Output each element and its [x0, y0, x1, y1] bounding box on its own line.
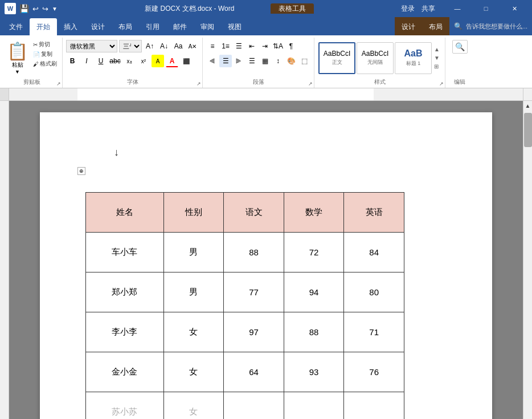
cell-chinese-3[interactable]: 64 [224, 352, 284, 392]
show-hide-btn[interactable]: ¶ [285, 40, 297, 52]
justify-btn[interactable]: ☰ [245, 55, 258, 67]
cell-english-0[interactable]: 84 [344, 233, 404, 272]
word-icon: W [5, 3, 16, 14]
superscript-btn[interactable]: x² [137, 55, 150, 67]
bullets-btn[interactable]: ≡ [206, 40, 219, 52]
tab-references[interactable]: 引用 [139, 18, 166, 35]
align-right-btn[interactable]: ⫸ [232, 55, 245, 67]
styles-expand-icon[interactable]: ↗ [439, 81, 444, 87]
align-left-btn[interactable]: ⫷ [206, 55, 219, 67]
tab-layout[interactable]: 布局 [112, 18, 139, 35]
tab-file[interactable]: 文件 [2, 18, 30, 35]
cell-gender-1[interactable]: 男 [163, 272, 224, 312]
paragraph-content: ≡ 1≡ ☰ ⇤ ⇥ ⇅A ¶ ⫷ ☰ ⫸ ☰ ▦ ↕ 🎨 ⬚ [206, 39, 310, 77]
cell-gender-3[interactable]: 女 [163, 352, 224, 392]
clipboard-expand-icon[interactable]: ↗ [56, 81, 61, 87]
copy-button[interactable]: 📄 复制 [31, 50, 59, 59]
find-btn[interactable]: 🔍 [452, 40, 468, 54]
cell-english-3[interactable]: 76 [344, 352, 404, 392]
font-grow-btn[interactable]: A↑ [144, 40, 156, 52]
underline-btn[interactable]: U [95, 55, 107, 67]
cell-chinese-2[interactable]: 97 [224, 312, 284, 352]
font-name-select[interactable]: 微软雅黑 [66, 40, 117, 52]
format-painter-button[interactable]: 🖌 格式刷 [31, 59, 59, 68]
cell-math-1[interactable]: 94 [284, 272, 344, 312]
cell-name-4[interactable]: 苏小苏 [86, 392, 164, 420]
cell-gender-4[interactable]: 女 [163, 392, 224, 420]
tab-mailings[interactable]: 邮件 [166, 18, 194, 35]
clear-format-btn[interactable]: A✕ [186, 40, 199, 52]
cell-math-3[interactable]: 93 [284, 352, 344, 392]
cell-chinese-4[interactable] [224, 392, 284, 420]
align-center-btn[interactable]: ☰ [219, 55, 232, 67]
cell-name-0[interactable]: 车小车 [86, 233, 164, 272]
cut-button[interactable]: ✂ 剪切 [31, 40, 59, 49]
doc-main[interactable]: ↓ ⊕ 姓名 性别 语文 数学 英语 车小车 [9, 101, 523, 419]
font-shrink-btn[interactable]: A↓ [158, 40, 170, 52]
style-normal[interactable]: AaBbCcI 正文 [318, 42, 355, 74]
share-btn[interactable]: 共享 [421, 4, 435, 14]
tab-view[interactable]: 视图 [221, 18, 248, 35]
styles-up-arrow[interactable]: ▲ [433, 45, 441, 54]
font-size-select[interactable]: 三号 [119, 40, 142, 52]
login-btn[interactable]: 登录 [401, 4, 415, 14]
cell-name-1[interactable]: 郑小郑 [86, 272, 164, 312]
cell-english-2[interactable]: 71 [344, 312, 404, 352]
numbering-btn[interactable]: 1≡ [219, 40, 232, 52]
highlight-btn[interactable]: A [152, 55, 164, 67]
cell-name-2[interactable]: 李小李 [86, 312, 164, 352]
cell-chinese-1[interactable]: 77 [224, 272, 284, 312]
cell-english-1[interactable]: 80 [344, 272, 404, 312]
cell-name-3[interactable]: 金小金 [86, 352, 164, 392]
font-group: 微软雅黑 三号 A↑ A↓ Aa A✕ B I U abc x₂ x² A A … [63, 38, 203, 88]
undo-btn[interactable]: ↩ [32, 5, 39, 13]
quick-save[interactable]: 💾 [19, 4, 29, 13]
paste-button[interactable]: 📋 粘贴 ▼ [5, 40, 30, 76]
table-tab-layout[interactable]: 布局 [422, 18, 449, 35]
cell-gender-2[interactable]: 女 [163, 312, 224, 352]
change-case-btn[interactable]: Aa [172, 40, 185, 52]
redo-btn[interactable]: ↪ [42, 5, 48, 13]
quick-access-arrow[interactable]: ▼ [52, 6, 58, 12]
line-spacing-btn[interactable]: ↕ [272, 55, 284, 67]
cell-english-4[interactable] [344, 392, 404, 420]
search-label[interactable]: 告诉我您想要做什么... [466, 22, 527, 31]
columns-btn[interactable]: ▦ [259, 55, 271, 67]
tab-home[interactable]: 开始 [30, 18, 57, 35]
subscript-btn[interactable]: x₂ [123, 55, 136, 67]
close-btn[interactable]: ✕ [501, 0, 527, 17]
decrease-indent-btn[interactable]: ⇤ [245, 40, 258, 52]
font-color-btn[interactable]: A [166, 55, 178, 67]
tab-review[interactable]: 审阅 [194, 18, 221, 35]
styles-more-arrow[interactable]: ⊞ [433, 62, 441, 71]
cell-math-2[interactable]: 88 [284, 312, 344, 352]
table-move-handle[interactable]: ⊕ [77, 167, 85, 175]
cell-gender-0[interactable]: 男 [163, 233, 224, 272]
table-tab-design[interactable]: 设计 [395, 18, 422, 35]
paragraph-expand-icon[interactable]: ↗ [308, 81, 313, 87]
increase-indent-btn[interactable]: ⇥ [259, 40, 271, 52]
cell-math-4[interactable] [284, 392, 344, 420]
shading-btn[interactable]: ⬛ [180, 55, 193, 67]
style-heading1[interactable]: AaB 标题 1 [395, 42, 432, 74]
styles-down-arrow[interactable]: ▼ [433, 54, 441, 62]
multilevel-btn[interactable]: ☰ [232, 40, 245, 52]
style-no-space[interactable]: AaBbCcI 无间隔 [357, 42, 394, 74]
minimize-btn[interactable]: — [444, 0, 470, 17]
cell-math-0[interactable]: 72 [284, 233, 344, 272]
bold-btn[interactable]: B [66, 55, 79, 67]
borders-btn[interactable]: ⬚ [298, 55, 310, 67]
italic-btn[interactable]: I [80, 55, 93, 67]
cell-chinese-0[interactable]: 88 [224, 233, 284, 272]
strikethrough-btn[interactable]: abc [109, 55, 121, 67]
tab-design[interactable]: 设计 [84, 18, 112, 35]
font-expand-icon[interactable]: ↗ [197, 81, 201, 87]
shading-para-btn[interactable]: 🎨 [285, 55, 297, 67]
tab-insert[interactable]: 插入 [57, 18, 84, 35]
sort-btn[interactable]: ⇅A [272, 40, 284, 52]
maximize-btn[interactable]: □ [473, 0, 499, 17]
scroll-up-arrow[interactable]: ▲ [523, 101, 532, 111]
scroll-thumb[interactable] [524, 113, 532, 147]
paste-arrow[interactable]: ▼ [15, 69, 20, 75]
vertical-scrollbar[interactable]: ▲ [523, 101, 532, 419]
